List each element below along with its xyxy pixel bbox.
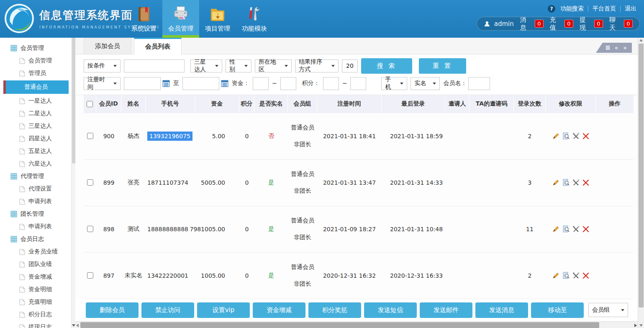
move-to-button[interactable]: 移动至 <box>531 302 584 318</box>
row-checkbox[interactable] <box>87 133 93 139</box>
level-select[interactable]: 三星达人 <box>190 59 222 72</box>
nav-item-system-settings[interactable]: 系统设置 <box>126 0 162 38</box>
link-function-search[interactable]: 功能搜索 <box>560 5 584 13</box>
link-logout[interactable]: 退出 <box>625 5 636 13</box>
scroll-left-icon[interactable] <box>76 324 79 327</box>
nav-item-function-modules[interactable]: 功能模块 <box>236 0 273 38</box>
tools-permission-icon[interactable] <box>572 132 580 139</box>
sidebar-scrollbar[interactable] <box>71 38 75 328</box>
sidebar-item-points-log[interactable]: 积分日志 <box>0 308 75 321</box>
sidebar-item-star3[interactable]: 三星达人 <box>0 120 75 132</box>
delete-x-icon[interactable] <box>582 226 589 232</box>
keyword-input[interactable] <box>124 59 185 72</box>
edit-pencil-icon[interactable] <box>552 225 559 232</box>
sidebar-item-fund-adjust[interactable]: 资金增减 <box>0 271 75 283</box>
date-to-input[interactable] <box>182 77 219 90</box>
realname-mode-select[interactable]: 实名 <box>411 77 440 90</box>
fund-min-input[interactable] <box>253 77 269 90</box>
scroll-down-icon[interactable] <box>639 324 643 327</box>
view-doc-icon[interactable] <box>562 179 570 186</box>
send-message-button[interactable]: 发送消息 <box>475 302 528 318</box>
sidebar-item-withdraw-log[interactable]: 提现日志 <box>0 321 75 328</box>
gender-select[interactable]: 性别 <box>226 59 251 72</box>
scroll-down-icon[interactable] <box>72 324 75 327</box>
view-doc-icon[interactable] <box>562 132 570 139</box>
points-reward-button[interactable]: 积分奖惩 <box>308 302 361 318</box>
sidebar-item-agent-applications[interactable]: 申请列表 <box>0 195 75 208</box>
member-name-input[interactable] <box>468 77 490 90</box>
reset-button[interactable]: 重 置 <box>419 58 466 74</box>
tab-scroll-widget[interactable]: « » <box>596 43 632 53</box>
sidebar-item-fund-details[interactable]: 资金明细 <box>0 283 75 296</box>
row-checkbox[interactable] <box>87 226 93 232</box>
scroll-up-icon[interactable] <box>639 39 643 41</box>
region-select[interactable]: 所在地区 <box>255 59 292 72</box>
tools-permission-icon[interactable] <box>572 225 580 232</box>
row-checkbox[interactable] <box>87 179 93 186</box>
counter-messages[interactable]: 消息 0 <box>520 16 544 32</box>
row-checkbox[interactable] <box>87 272 93 279</box>
nav-item-member-management[interactable]: 会员管理 <box>162 0 199 38</box>
select-all-checkbox[interactable] <box>87 101 93 107</box>
delete-x-icon[interactable] <box>582 179 589 186</box>
link-platform-home[interactable]: 平台首页 <box>593 5 616 13</box>
tab-scroll-right-icon[interactable]: » <box>623 44 627 51</box>
tab-list-icon[interactable] <box>606 46 610 50</box>
selected-phone-text[interactable]: 13932196075 <box>147 132 192 141</box>
sidebar-item-leader-applications[interactable]: 申请列表 <box>0 220 75 233</box>
delete-x-icon[interactable] <box>582 133 589 139</box>
counter-chat[interactable]: 聊天 0 <box>609 16 633 32</box>
sidebar-item-star6[interactable]: 六星达人 <box>0 158 75 170</box>
edit-pencil-icon[interactable] <box>552 132 559 139</box>
calendar-icon[interactable] <box>221 80 228 87</box>
phone-mode-select[interactable]: 手机 <box>381 77 407 90</box>
nav-item-project-management[interactable]: 项目管理 <box>199 0 236 38</box>
points-min-input[interactable] <box>323 77 339 90</box>
help-icon[interactable]: ? <box>548 5 555 13</box>
date-from-input[interactable] <box>124 77 161 90</box>
sidebar-group-agent-mgmt[interactable]: 代理管理 <box>0 170 75 183</box>
sidebar-item-star4[interactable]: 四星达人 <box>0 132 75 145</box>
vertical-scrollbar-thumb[interactable] <box>639 44 644 307</box>
sidebar-item-member-mgmt[interactable]: 会员管理 <box>0 54 75 67</box>
sidebar-item-star1[interactable]: 一星达人 <box>0 95 75 107</box>
set-vip-button[interactable]: 设置vip <box>197 302 250 318</box>
sidebar-item-admins[interactable]: 管理员 <box>0 67 75 80</box>
tab-member-list[interactable]: 会员列表 <box>134 38 182 54</box>
fund-max-input[interactable] <box>280 77 296 90</box>
send-email-button[interactable]: 发送邮件 <box>420 302 472 318</box>
sidebar-item-star2[interactable]: 二星达人 <box>0 107 75 120</box>
sidebar-group-member-mgmt[interactable]: 会员管理 <box>0 42 75 54</box>
view-doc-icon[interactable] <box>562 272 570 279</box>
sidebar-item-star5[interactable]: 五星达人 <box>0 145 75 158</box>
tools-permission-icon[interactable] <box>572 179 580 186</box>
horizontal-scrollbar-thumb[interactable] <box>80 322 599 328</box>
points-max-input[interactable] <box>350 77 366 90</box>
sidebar-item-normal-members[interactable]: 普通会员 <box>3 80 69 94</box>
time-type-select[interactable]: 注册时间 <box>84 77 121 90</box>
tools-permission-icon[interactable] <box>572 272 580 279</box>
sidebar-scrollbar-thumb[interactable] <box>72 38 75 163</box>
send-sms-button[interactable]: 发送短信 <box>364 302 417 318</box>
move-target-select[interactable]: 会员组 <box>588 303 628 317</box>
sidebar-item-recharge-details[interactable]: 充值明细 <box>0 296 75 308</box>
view-doc-icon[interactable] <box>562 225 570 232</box>
ban-access-button[interactable]: 禁止访问 <box>141 302 194 318</box>
search-button[interactable]: 搜 索 <box>361 58 412 74</box>
sidebar-group-leader-mgmt[interactable]: 团长管理 <box>0 208 75 220</box>
condition-select[interactable]: 按条件 <box>84 59 121 72</box>
horizontal-scrollbar[interactable] <box>75 321 638 328</box>
page-size-input[interactable] <box>342 59 358 72</box>
counter-withdraw[interactable]: 提现 0 <box>580 16 603 32</box>
edit-pencil-icon[interactable] <box>552 272 559 279</box>
sidebar-item-salesman-performance[interactable]: 业务员业绩 <box>0 245 75 258</box>
tab-scroll-left-icon[interactable]: « <box>615 44 618 51</box>
delete-x-icon[interactable] <box>582 272 589 279</box>
counter-recharge[interactable]: 充值 0 <box>550 16 573 32</box>
calendar-icon[interactable] <box>162 80 170 87</box>
scroll-right-icon[interactable] <box>634 324 637 327</box>
vertical-scrollbar[interactable] <box>638 38 644 328</box>
edit-pencil-icon[interactable] <box>552 179 559 186</box>
fund-adjust-button[interactable]: 资金增减 <box>253 302 305 318</box>
sidebar-item-agent-settings[interactable]: 代理设置 <box>0 183 75 195</box>
